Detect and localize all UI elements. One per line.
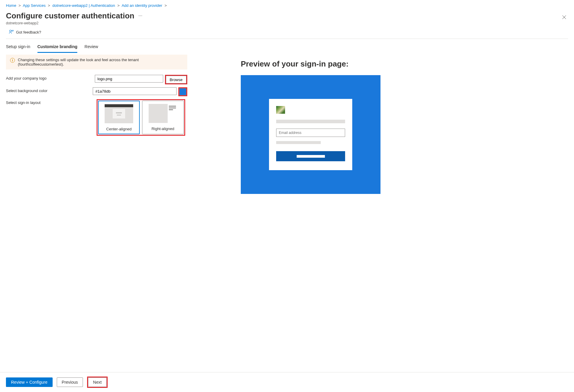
bg-color-label: Select background color <box>6 87 93 93</box>
signin-email-input[interactable] <box>276 129 345 137</box>
layout-caption-right: Right-aligned <box>152 127 174 131</box>
tab-customize-branding[interactable]: Customize branding <box>37 42 78 53</box>
browse-button[interactable]: Browse <box>166 76 186 83</box>
signin-submit-button[interactable] <box>276 151 345 161</box>
breadcrumb-link-home[interactable]: Home <box>6 3 16 8</box>
chevron-right-icon: > <box>117 3 120 8</box>
breadcrumb-link-add-identity-provider[interactable]: Add an identity provider <box>122 3 162 8</box>
info-banner-text: Changing these settings will update the … <box>18 58 183 67</box>
layout-option-center[interactable]: Center-aligned <box>98 101 140 134</box>
feedback-icon <box>9 29 14 35</box>
layout-thumb-center <box>105 104 133 123</box>
chevron-right-icon: > <box>48 3 50 8</box>
svg-point-0 <box>10 30 11 32</box>
page-header: Configure customer authentication ··· do… <box>6 10 568 25</box>
breadcrumb-link-authentication[interactable]: dotnetcore-webapp2 | Authentication <box>52 3 115 8</box>
page-subtitle: dotnetcore-webapp2 <box>6 21 142 25</box>
preview-column: Preview of your sign-in page: <box>199 55 568 194</box>
signin-card <box>269 99 352 170</box>
logo-input[interactable] <box>95 75 163 83</box>
form-column: i Changing these settings will update th… <box>6 55 187 139</box>
signin-heading-placeholder <box>276 120 345 123</box>
layout-option-right[interactable]: Right-aligned <box>142 101 184 134</box>
signin-logo-image <box>276 106 285 114</box>
tab-bar: Setup sign-in Customize branding Review <box>6 39 568 53</box>
highlight-layout: Center-aligned Right-aligned <box>97 99 185 136</box>
info-icon: i <box>10 58 15 63</box>
tab-setup-sign-in[interactable]: Setup sign-in <box>6 42 30 53</box>
highlight-swatch <box>178 87 187 96</box>
preview-title: Preview of your sign-in page: <box>241 59 568 69</box>
tab-review[interactable]: Review <box>84 42 98 53</box>
bg-color-input[interactable] <box>93 87 177 95</box>
info-banner: i Changing these settings will update th… <box>6 55 187 69</box>
layout-caption-center: Center-aligned <box>106 127 131 131</box>
feedback-link[interactable]: Got feedback? <box>6 25 568 39</box>
feedback-label: Got feedback? <box>16 30 41 34</box>
chevron-right-icon: > <box>18 3 21 8</box>
close-icon[interactable] <box>560 13 568 23</box>
preview-canvas <box>241 75 380 194</box>
breadcrumb: Home > App Services > dotnetcore-webapp2… <box>6 1 568 10</box>
highlight-browse: Browse <box>165 75 187 84</box>
page-title: Configure customer authentication <box>6 11 134 20</box>
signin-submit-label-placeholder <box>297 155 325 158</box>
logo-label: Add your company logo <box>6 75 95 80</box>
signin-text-placeholder <box>276 141 321 144</box>
breadcrumb-link-app-services[interactable]: App Services <box>23 3 46 8</box>
more-icon[interactable]: ··· <box>139 13 142 18</box>
layout-label: Select sign-in layout <box>6 99 97 105</box>
layout-thumb-right <box>149 104 177 123</box>
chevron-right-icon: > <box>164 3 167 8</box>
color-swatch[interactable] <box>179 88 186 95</box>
